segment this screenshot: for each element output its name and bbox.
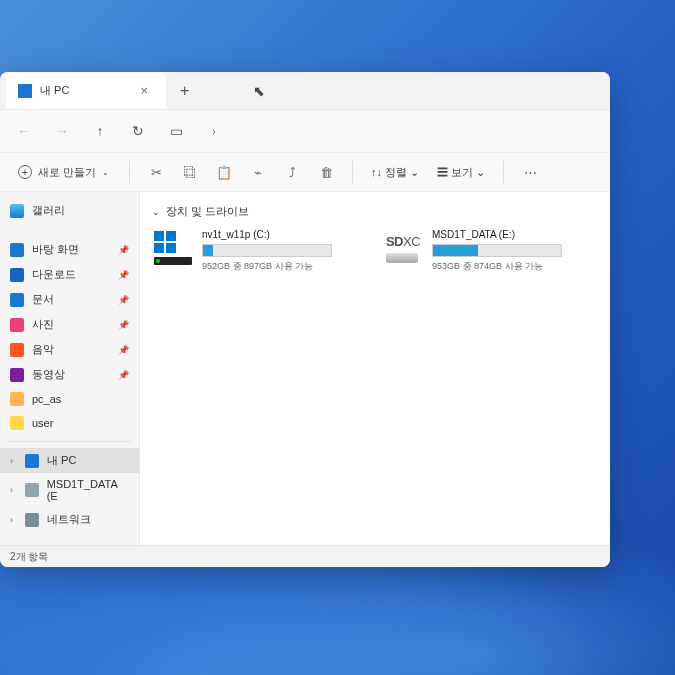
drive-name: nv1t_w11p (C:): [202, 229, 352, 240]
section-devices-drives[interactable]: ⌄ 장치 및 드라이브: [152, 200, 598, 229]
new-tab-button[interactable]: +: [166, 82, 203, 100]
refresh-button[interactable]: ↻: [128, 121, 148, 141]
pin-icon: 📌: [118, 270, 129, 280]
more-button[interactable]: ⋯: [516, 158, 544, 186]
drive-c[interactable]: nv1t_w11p (C:) 952GB 중 897GB 사용 가능: [152, 229, 352, 273]
pin-icon: 📌: [118, 295, 129, 305]
drive-status: 953GB 중 874GB 사용 가능: [432, 260, 582, 273]
pin-icon: 📌: [118, 345, 129, 355]
back-button[interactable]: ←: [14, 121, 34, 141]
plus-icon: +: [18, 165, 32, 179]
sidebar-pc-as[interactable]: pc_as: [0, 387, 139, 411]
cursor-icon: ⬉: [253, 83, 265, 99]
sdxc-drive-icon: SDXC: [382, 229, 424, 267]
forward-button[interactable]: →: [52, 121, 72, 141]
download-icon: [10, 268, 24, 282]
picture-icon: [10, 318, 24, 332]
content-area: ⌄ 장치 및 드라이브 nv1t_w11p (C:) 952GB 중 897GB…: [140, 192, 610, 545]
folder-icon: [10, 392, 24, 406]
drive-icon: [25, 483, 39, 497]
storage-bar: [432, 244, 562, 257]
pin-icon: 📌: [118, 320, 129, 330]
close-tab-icon[interactable]: ×: [134, 81, 154, 100]
cut-button[interactable]: ✂: [142, 158, 170, 186]
chevron-right-icon: ›: [10, 485, 13, 495]
desktop-icon: [10, 243, 24, 257]
storage-bar: [202, 244, 332, 257]
up-button[interactable]: ↑: [90, 121, 110, 141]
sidebar-user[interactable]: user: [0, 411, 139, 435]
sidebar-pictures[interactable]: 사진📌: [0, 312, 139, 337]
network-icon: [25, 513, 39, 527]
sidebar: 갤러리 바탕 화면📌 다운로드📌 문서📌 사진📌 음악📌 동영상📌 pc_as …: [0, 192, 140, 545]
drive-status: 952GB 중 897GB 사용 가능: [202, 260, 352, 273]
rename-button[interactable]: ⌁: [244, 158, 272, 186]
sort-button[interactable]: ↑↓ 정렬 ⌄: [365, 165, 425, 180]
statusbar: 2개 항목: [0, 545, 610, 567]
copy-button[interactable]: ⿻: [176, 158, 204, 186]
view-button[interactable]: ☰ 보기 ⌄: [431, 165, 491, 180]
chevron-down-icon: ⌄: [102, 168, 109, 177]
pin-icon: 📌: [118, 245, 129, 255]
toolbar: + 새로 만들기 ⌄ ✂ ⿻ 📋 ⌁ ⤴ 🗑 ↑↓ 정렬 ⌄ ☰ 보기 ⌄ ⋯: [0, 152, 610, 192]
folder-icon: [10, 416, 24, 430]
chevron-down-icon: ⌄: [152, 207, 160, 217]
breadcrumb-chevron[interactable]: ›: [204, 121, 224, 141]
chevron-right-icon: ›: [10, 456, 13, 466]
document-icon: [10, 293, 24, 307]
this-pc-icon: [18, 84, 32, 98]
chevron-right-icon: ›: [10, 515, 13, 525]
sidebar-documents[interactable]: 문서📌: [0, 287, 139, 312]
sidebar-network[interactable]: ›네트워크: [0, 507, 139, 532]
new-button[interactable]: + 새로 만들기 ⌄: [10, 161, 117, 184]
sidebar-msd1t[interactable]: ›MSD1T_DATA (E: [0, 473, 139, 507]
sidebar-videos[interactable]: 동영상📌: [0, 362, 139, 387]
item-count: 2개 항목: [10, 550, 48, 564]
windows-drive-icon: [152, 229, 194, 267]
gallery-icon: [10, 204, 24, 218]
drive-name: MSD1T_DATA (E:): [432, 229, 582, 240]
sidebar-desktop[interactable]: 바탕 화면📌: [0, 237, 139, 262]
pin-icon: 📌: [118, 370, 129, 380]
sidebar-downloads[interactable]: 다운로드📌: [0, 262, 139, 287]
paste-button[interactable]: 📋: [210, 158, 238, 186]
drive-e[interactable]: SDXC MSD1T_DATA (E:) 953GB 중 874GB 사용 가능: [382, 229, 582, 273]
video-icon: [10, 368, 24, 382]
file-explorer-window: 내 PC × + ⬉ ← → ↑ ↻ ▭ › + 새로 만들기 ⌄ ✂ ⿻ 📋 …: [0, 72, 610, 567]
sidebar-music[interactable]: 음악📌: [0, 337, 139, 362]
sidebar-gallery[interactable]: 갤러리: [0, 198, 139, 223]
tab-this-pc[interactable]: 내 PC ×: [6, 72, 166, 109]
delete-button[interactable]: 🗑: [312, 158, 340, 186]
navigation-bar: ← → ↑ ↻ ▭ ›: [0, 110, 610, 152]
music-icon: [10, 343, 24, 357]
share-button[interactable]: ⤴: [278, 158, 306, 186]
tab-title: 내 PC: [40, 83, 126, 98]
titlebar: 내 PC × + ⬉: [0, 72, 610, 110]
sidebar-this-pc[interactable]: ›내 PC: [0, 448, 139, 473]
this-pc-breadcrumb-icon[interactable]: ▭: [166, 121, 186, 141]
pc-icon: [25, 454, 39, 468]
